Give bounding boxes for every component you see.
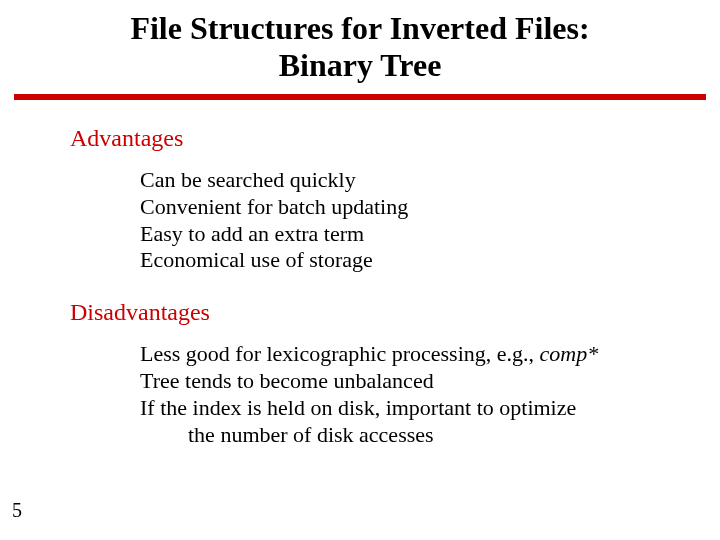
- item-emph: comp*: [540, 341, 599, 366]
- slide: File Structures for Inverted Files: Bina…: [0, 0, 720, 540]
- item-text: Less good for lexicographic processing, …: [140, 341, 540, 366]
- list-item-continuation: the number of disk accesses: [140, 422, 680, 449]
- slide-title: File Structures for Inverted Files: Bina…: [0, 0, 720, 90]
- list-item: Tree tends to become unbalanced: [140, 368, 680, 395]
- advantages-list: Can be searched quickly Convenient for b…: [140, 167, 680, 274]
- page-number: 5: [12, 499, 22, 522]
- list-item: Less good for lexicographic processing, …: [140, 341, 680, 368]
- title-line-1: File Structures for Inverted Files:: [60, 10, 660, 47]
- slide-body: Advantages Can be searched quickly Conve…: [0, 100, 720, 449]
- list-item: Can be searched quickly: [140, 167, 680, 194]
- list-item: If the index is held on disk, important …: [140, 395, 680, 422]
- list-item: Economical use of storage: [140, 247, 680, 274]
- advantages-heading: Advantages: [70, 124, 680, 153]
- list-item: Convenient for batch updating: [140, 194, 680, 221]
- title-line-2: Binary Tree: [60, 47, 660, 84]
- disadvantages-list: Less good for lexicographic processing, …: [140, 341, 680, 448]
- list-item: Easy to add an extra term: [140, 221, 680, 248]
- disadvantages-heading: Disadvantages: [70, 298, 680, 327]
